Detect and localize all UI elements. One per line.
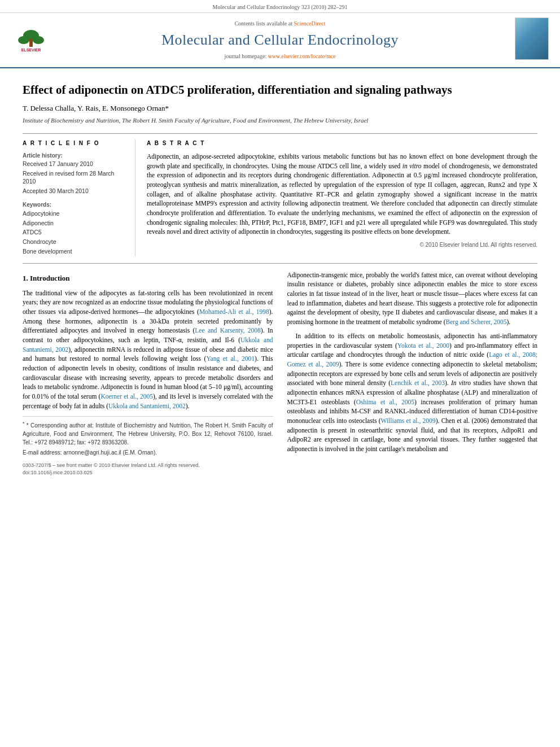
intro-section-title: 1. Introduction [23,273,273,284]
keyword-3: ATDC5 [23,228,126,237]
ref-ukkola-2002b[interactable]: Ukkola and Santaniemi, 2002 [108,403,186,409]
keyword-2: Adiponectin [23,219,126,228]
elsevier-logo: ELSEVIER [11,23,51,54]
keywords-label: Keywords: [23,201,126,209]
body-two-col: 1. Introduction The traditional view of … [23,270,537,477]
article-affiliation: Institute of Biochemistry and Nutrition,… [23,116,537,125]
ref-yang-2001[interactable]: Yang et al., 2001 [206,355,255,362]
body-col-right: Adiponectin-transgenic mice, probably th… [287,270,538,477]
email-note: E-mail address: arnonne@agri.huji.ac.il … [23,449,273,457]
journal-thumbnail [504,18,549,63]
page: Molecular and Cellular Endocrinology 323… [0,0,560,747]
svg-text:ELSEVIER: ELSEVIER [21,48,41,52]
elsevier-logo-container: ELSEVIER [11,23,56,57]
article-authors: T. Delessa Challa, Y. Rais, E. Monsonego… [23,103,537,113]
keyword-5: Bone development [23,247,126,256]
ref-lago-2008[interactable]: Lago et al., 2008; Gomez et al., 2009 [287,351,538,368]
article-history-label: Article history: [23,152,126,160]
journal-title: Molecular and Cellular Endocrinology [56,30,504,50]
ref-oshima-2005[interactable]: Oshima et al., 2005 [356,399,414,405]
ref-berg-scherer[interactable]: Berg and Scherer, 2005 [446,318,507,325]
ref-ukkola-2002a[interactable]: Ukkola and Santaniemi, 2002 [23,337,273,353]
ref-lenchik-2003[interactable]: Lenchik et al., 2003 [391,379,445,386]
abstract-text: Adiponectin, an adipose-secreted adipocy… [147,152,537,237]
received-date-2: Received in revised form 28 March 2010 [23,169,126,186]
article-title: Effect of adiponectin on ATDC5 prolifera… [23,82,537,98]
ref-lee-karsenty[interactable]: Lee and Karsenty, 2008 [195,327,261,334]
svg-rect-4 [29,39,33,47]
corresponding-author-note: * * Corresponding author at: Institute o… [23,420,273,447]
keyword-4: Chondrocyte [23,237,126,247]
journal-banner: ELSEVIER Contents lists available at Sci… [0,13,560,68]
intro-para-3: In addition to its effects on metabolic … [287,331,538,454]
ref-koerner-2005[interactable]: Koerner et al., 2005 [100,393,153,400]
journal-cover-image [515,18,549,60]
abstract-column: A B S T R A C T Adiponectin, an adipose-… [147,139,537,256]
svg-point-3 [33,36,44,44]
journal-citation: Molecular and Cellular Endocrinology 323… [213,4,348,10]
article-info-abstract-row: A R T I C L E I N F O Article history: R… [23,133,537,256]
body-col-left: 1. Introduction The traditional view of … [23,270,273,477]
copyright-line: © 2010 Elsevier Ireland Ltd. All rights … [147,241,537,249]
ref-yokota-2000[interactable]: Yokota et al., 2000 [397,342,449,349]
content-area: Effect of adiponectin on ATDC5 prolifera… [0,68,560,488]
contents-available-line: Contents lists available at ScienceDirec… [56,20,504,28]
homepage-line: journal homepage: www.elsevier.com/locat… [56,53,504,60]
journal-title-area: Contents lists available at ScienceDirec… [56,20,504,60]
received-date-1: Received 17 January 2010 [23,160,126,168]
homepage-link[interactable]: www.elsevier.com/locate/mce [268,53,336,59]
sciencedirect-link[interactable]: ScienceDirect [294,20,325,27]
journal-header-bar: Molecular and Cellular Endocrinology 323… [0,0,560,13]
svg-point-2 [18,36,29,44]
article-info-column: A R T I C L E I N F O Article history: R… [23,139,135,256]
footnote-area: * * Corresponding author at: Institute o… [23,416,273,457]
keyword-1: Adipocytokine [23,209,126,219]
body-divider [23,263,537,264]
article-info-heading: A R T I C L E I N F O [23,139,126,147]
ref-mohamed-ali[interactable]: Mohamed-Ali et al., 1998 [199,308,269,315]
keywords-list: Adipocytokine Adiponectin ATDC5 Chondroc… [23,209,126,256]
issn-footnote: 0303-7207/$ – see front matter © 2010 El… [23,462,273,477]
intro-para-1: The traditional view of the adipocytes a… [23,289,273,411]
intro-para-2: Adiponectin-transgenic mice, probably th… [287,270,538,327]
abstract-heading: A B S T R A C T [147,139,537,147]
accepted-date: Accepted 30 March 2010 [23,187,126,195]
ref-williams-2009[interactable]: Williams et al., 2009 [381,417,436,424]
